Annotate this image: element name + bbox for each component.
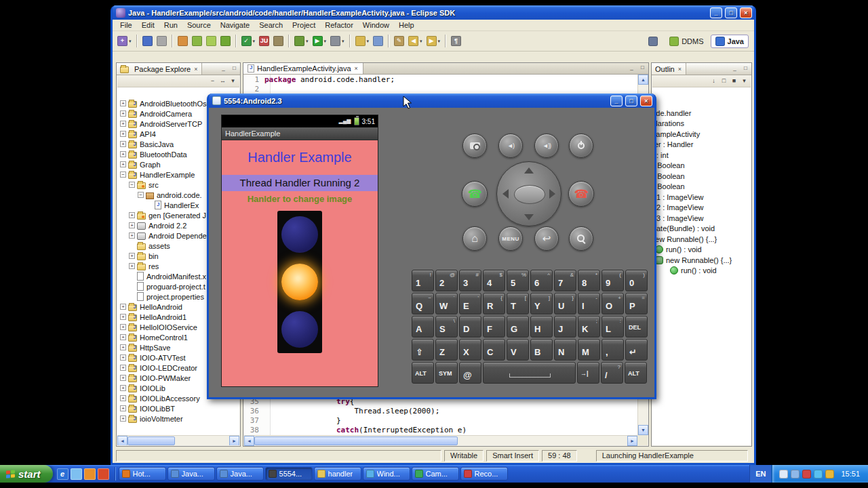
debug-icon[interactable]: ▾ bbox=[293, 35, 310, 47]
expand-icon[interactable]: + bbox=[120, 354, 126, 361]
minimize-view-button[interactable]: _ bbox=[730, 64, 740, 74]
key-shift[interactable]: ⇧ bbox=[412, 339, 434, 361]
editor-hscrollbar[interactable]: ◄ ► bbox=[244, 435, 637, 445]
key-v[interactable]: V bbox=[507, 339, 529, 361]
antivirus-icon[interactable] bbox=[802, 470, 811, 479]
open-perspective-button[interactable] bbox=[644, 35, 663, 48]
traffic-light-image[interactable] bbox=[277, 211, 322, 353]
maximize-view-button[interactable]: □ bbox=[637, 64, 648, 73]
key-x[interactable]: X bbox=[459, 339, 481, 361]
task-button[interactable]: Reco... bbox=[460, 467, 508, 481]
minimize-view-button[interactable]: _ bbox=[627, 64, 637, 73]
task-button[interactable]: Hot... bbox=[119, 467, 166, 481]
outline-item[interactable]: handler : Handler bbox=[652, 140, 751, 150]
jar-export-icon[interactable] bbox=[272, 35, 285, 47]
key-alt-left[interactable]: ALT bbox=[412, 362, 434, 384]
menu-run[interactable]: Run bbox=[159, 20, 182, 30]
key-l[interactable]: L: bbox=[601, 316, 624, 338]
menu-edit[interactable]: Edit bbox=[137, 20, 159, 30]
editor-tab[interactable]: HandlerExampleActivity.java × bbox=[243, 63, 363, 74]
key-e[interactable]: E' bbox=[459, 293, 481, 314]
expand-icon[interactable]: + bbox=[120, 365, 126, 371]
key-h[interactable]: H bbox=[530, 316, 553, 338]
key-9[interactable]: 9( bbox=[601, 270, 624, 291]
volume-down-button[interactable]: ◄) bbox=[498, 134, 523, 158]
view-menu-icon[interactable]: ▾ bbox=[739, 77, 749, 86]
sort-icon[interactable]: ↓ bbox=[709, 77, 719, 86]
scroll-down-icon[interactable]: ▼ bbox=[638, 425, 648, 435]
key-0[interactable]: 0) bbox=[625, 270, 648, 291]
key-n[interactable]: N bbox=[554, 339, 576, 361]
expand-icon[interactable]: + bbox=[129, 222, 135, 228]
menu-file[interactable]: File bbox=[115, 20, 137, 30]
close-view-icon[interactable]: × bbox=[193, 66, 198, 73]
close-tab-icon[interactable]: × bbox=[354, 65, 359, 72]
task-button[interactable]: handler bbox=[314, 467, 361, 481]
outline-tab[interactable]: Outlin × bbox=[652, 63, 686, 75]
key-5[interactable]: 5% bbox=[507, 270, 529, 291]
menu-project[interactable]: Project bbox=[288, 20, 320, 30]
outline-item[interactable]: run() : void bbox=[652, 266, 751, 277]
key-a[interactable]: A bbox=[412, 316, 434, 338]
key-f[interactable]: F bbox=[483, 316, 505, 338]
update-icon[interactable] bbox=[825, 470, 834, 479]
package-explorer-tab[interactable]: Package Explore × bbox=[117, 63, 202, 75]
outline-item[interactable]: run3 : Boolean bbox=[652, 182, 751, 192]
expand-icon[interactable]: + bbox=[129, 253, 135, 259]
flashlight-search-icon[interactable]: ▾ bbox=[354, 35, 371, 47]
display-icon[interactable] bbox=[791, 470, 800, 479]
external-tools-icon[interactable]: ▾ bbox=[329, 35, 346, 47]
language-indicator[interactable]: EN bbox=[749, 465, 771, 483]
home-button[interactable]: ⌂ bbox=[462, 226, 487, 251]
expand-icon[interactable]: + bbox=[120, 304, 126, 310]
run-icon[interactable]: ▶▾ bbox=[311, 35, 328, 47]
dpad-up-icon[interactable] bbox=[524, 167, 534, 174]
tree-item[interactable]: +IOIOLibBT bbox=[117, 403, 239, 413]
back-icon[interactable]: ◀▾ bbox=[407, 35, 424, 47]
key-space[interactable] bbox=[483, 362, 576, 384]
scroll-left-icon[interactable]: ◄ bbox=[244, 436, 254, 446]
expand-icon[interactable]: + bbox=[120, 151, 126, 157]
key-m[interactable]: M bbox=[578, 339, 600, 361]
outline-item[interactable]: new Runnable() {...} bbox=[652, 234, 751, 245]
key-3[interactable]: 3# bbox=[459, 270, 481, 291]
scrollbar-thumb[interactable] bbox=[127, 436, 175, 445]
key-del[interactable]: DEL bbox=[625, 316, 648, 338]
key-alt-right[interactable]: ALT bbox=[625, 362, 647, 384]
expand-icon[interactable]: + bbox=[120, 141, 126, 147]
key-r[interactable]: R{ bbox=[483, 293, 505, 314]
task-button[interactable]: Java... bbox=[216, 467, 264, 481]
call-button[interactable]: ☎ bbox=[462, 181, 488, 207]
key-enter[interactable]: ↵ bbox=[625, 339, 648, 361]
maximize-view-button[interactable]: □ bbox=[229, 64, 239, 74]
scrollbar-thumb[interactable] bbox=[254, 436, 458, 445]
task-button[interactable]: 5554... bbox=[265, 467, 313, 481]
expand-icon[interactable]: + bbox=[120, 131, 126, 137]
expand-icon[interactable]: + bbox=[129, 232, 135, 239]
last-edit-icon[interactable]: ✎ bbox=[393, 35, 406, 47]
show-desktop-icon[interactable] bbox=[71, 468, 82, 480]
collapse-icon[interactable]: − bbox=[120, 171, 126, 178]
junit-run-icon[interactable]: ✓▾ bbox=[240, 35, 257, 47]
outline-item[interactable]: image3 : ImageView bbox=[652, 213, 751, 224]
key-c[interactable]: C bbox=[483, 339, 505, 361]
expand-icon[interactable]: + bbox=[120, 395, 126, 401]
outline-item[interactable]: onCreate(Bundle) : void bbox=[652, 224, 751, 235]
volume-up-button[interactable]: ◄)) bbox=[534, 134, 559, 158]
dpad-down-icon[interactable] bbox=[524, 214, 534, 220]
hide-fields-icon[interactable]: □ bbox=[719, 77, 729, 86]
firefox-icon[interactable] bbox=[98, 468, 109, 480]
expand-icon[interactable]: + bbox=[129, 212, 135, 218]
outline-item[interactable]: new Runnable() {...} bbox=[652, 255, 751, 266]
key-p[interactable]: P= bbox=[625, 293, 648, 314]
key-y[interactable]: Y] bbox=[530, 293, 553, 314]
volume-icon[interactable] bbox=[779, 470, 788, 479]
save-icon[interactable] bbox=[141, 35, 154, 47]
new-android-project-icon[interactable] bbox=[191, 35, 203, 47]
menu-source[interactable]: Source bbox=[182, 20, 216, 30]
key-at[interactable]: @ bbox=[459, 362, 481, 384]
key-o[interactable]: O+ bbox=[601, 293, 624, 314]
key-z[interactable]: Z bbox=[435, 339, 458, 361]
key-d[interactable]: D bbox=[459, 316, 481, 338]
outline-item[interactable]: import declarations bbox=[652, 119, 751, 129]
